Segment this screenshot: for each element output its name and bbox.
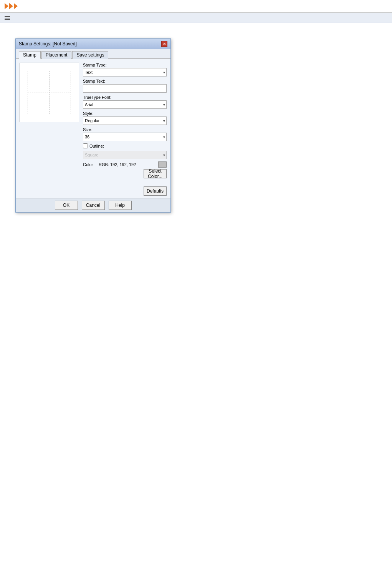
tab-stamp[interactable]: Stamp <box>19 51 41 59</box>
size-label: Size: <box>83 127 167 132</box>
stamp-type-label: Stamp Type: <box>83 63 167 67</box>
color-swatch <box>158 161 167 168</box>
stamp-type-select[interactable]: Text Bitmap Date/Time <box>83 68 167 76</box>
tab-placement[interactable]: Placement <box>41 51 72 59</box>
dialog-overlay: Stamp Settings: [Not Saved] ✕ Stamp Plac… <box>15 38 377 213</box>
preview-vline <box>50 71 50 114</box>
cancel-button[interactable]: Cancel <box>82 201 105 210</box>
select-color-button[interactable]: Select Color... <box>144 169 167 178</box>
defaults-button[interactable]: Defaults <box>144 186 167 196</box>
menu-icon[interactable] <box>5 15 10 20</box>
settings-panel: Stamp Type: Text Bitmap Date/Time Stamp … <box>83 63 167 180</box>
top-logo-bar <box>0 0 392 13</box>
truetype-font-row: TrueType Font: Arial Times New Roman Cou… <box>83 95 167 109</box>
outline-row: Outline: <box>83 143 167 148</box>
dialog-footer-section: Defaults <box>16 184 170 198</box>
dialog-titlebar: Stamp Settings: [Not Saved] ✕ <box>16 39 170 49</box>
outline-shape-select[interactable]: Square Oval <box>83 151 167 159</box>
truetype-font-label: TrueType Font: <box>83 95 167 100</box>
color-label: Color <box>83 162 96 167</box>
select-color-row: Select Color... <box>83 169 167 178</box>
truetype-font-select[interactable]: Arial Times New Roman Courier New <box>83 100 167 109</box>
stamp-type-select-wrapper: Text Bitmap Date/Time <box>83 68 167 76</box>
main-content: Stamp Settings: [Not Saved] ✕ Stamp Plac… <box>0 23 392 224</box>
dialog-tabs: Stamp Placement Save settings <box>16 49 170 59</box>
nav-bar <box>0 13 392 23</box>
dialog-action-bar: OK Cancel Help <box>16 198 170 212</box>
color-rgb-value: RGB: 192, 192, 192 <box>99 162 156 167</box>
stamp-text-row: Stamp Text: <box>83 79 167 93</box>
defaults-row: Defaults <box>20 186 167 196</box>
size-select-wrapper: 8 10 12 14 16 18 24 36 48 72 <box>83 133 167 141</box>
truetype-font-select-wrapper: Arial Times New Roman Courier New <box>83 100 167 109</box>
dialog-title: Stamp Settings: [Not Saved] <box>19 41 77 47</box>
size-row: Size: 8 10 12 14 16 18 24 36 <box>83 127 167 141</box>
ok-button[interactable]: OK <box>55 201 78 210</box>
tab-save-settings[interactable]: Save settings <box>72 51 108 59</box>
outline-checkbox[interactable] <box>83 143 88 148</box>
logo <box>5 3 18 9</box>
outline-shape-select-wrapper: Square Oval <box>83 151 167 159</box>
style-select[interactable]: Regular Bold Italic Bold Italic <box>83 116 167 125</box>
stamp-text-label: Stamp Text: <box>83 79 167 83</box>
style-label: Style: <box>83 111 167 116</box>
arrow-icon-2 <box>9 3 13 9</box>
color-row: Color RGB: 192, 192, 192 <box>83 161 167 168</box>
dialog-close-button[interactable]: ✕ <box>161 41 167 47</box>
stamp-text-input[interactable] <box>83 84 167 93</box>
stamp-preview-panel <box>20 63 79 122</box>
arrow-icon-1 <box>5 3 8 9</box>
stamp-settings-dialog: Stamp Settings: [Not Saved] ✕ Stamp Plac… <box>15 38 171 213</box>
style-row: Style: Regular Bold Italic Bold Italic <box>83 111 167 125</box>
outline-shape-row: Square Oval <box>83 151 167 159</box>
arrow-icon-3 <box>14 3 18 9</box>
help-button[interactable]: Help <box>109 201 132 210</box>
stamp-type-row: Stamp Type: Text Bitmap Date/Time <box>83 63 167 76</box>
style-select-wrapper: Regular Bold Italic Bold Italic <box>83 116 167 125</box>
outline-label: Outline: <box>89 144 104 148</box>
preview-inner-border <box>28 71 71 114</box>
size-select[interactable]: 8 10 12 14 16 18 24 36 48 72 <box>83 133 167 141</box>
dialog-body: Stamp Type: Text Bitmap Date/Time Stamp … <box>16 59 170 184</box>
